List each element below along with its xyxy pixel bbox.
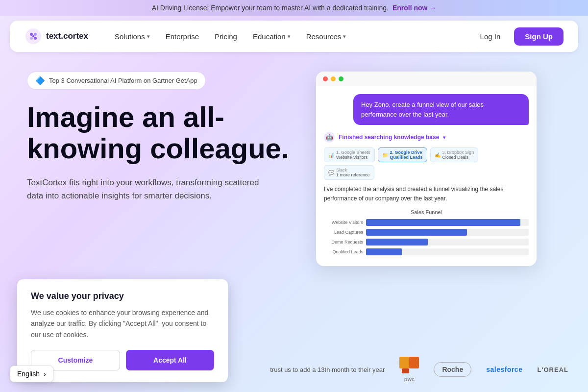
main-nav: Solutions ▾ Enterprise Pricing Education… bbox=[108, 28, 472, 45]
funnel-chart-title: Sales Funnel bbox=[324, 209, 529, 215]
status-text: Finished searching knowledge base bbox=[339, 134, 439, 141]
cookie-text: We use cookies to enhance your browsing … bbox=[31, 307, 214, 340]
chevron-right-icon: › bbox=[44, 370, 46, 378]
funnel-label: Demo Requests bbox=[324, 240, 363, 245]
chevron-down-icon: ▾ bbox=[288, 33, 291, 40]
pwc-logo: pwc bbox=[399, 357, 419, 382]
salesforce-logo: salesforce bbox=[486, 366, 522, 373]
funnel-row-2: Lead Captures bbox=[324, 229, 529, 236]
ai-window: Hey Zeno, create a funnel view of our sa… bbox=[316, 72, 537, 266]
trust-logos: trust us to add a 13th month to their ye… bbox=[270, 357, 568, 382]
funnel-bar bbox=[366, 239, 428, 245]
funnel-bar-container bbox=[366, 219, 529, 226]
window-minimize-dot bbox=[331, 76, 336, 81]
window-close-dot bbox=[323, 76, 328, 81]
svg-point-3 bbox=[30, 37, 33, 40]
data-tags: 📊 1. Google Sheets Website Visitors 📁 2.… bbox=[324, 147, 529, 180]
funnel-bar bbox=[366, 219, 520, 226]
funnel-label: Qualified Leads bbox=[324, 249, 363, 254]
status-bar: 🤖 Finished searching knowledge base ▾ bbox=[324, 132, 529, 143]
window-maximize-dot bbox=[339, 76, 343, 81]
data-tag-sheets: 📊 1. Google Sheets Website Visitors bbox=[324, 147, 375, 162]
funnel-row-4: Qualified Leads bbox=[324, 248, 529, 255]
nav-resources[interactable]: Resources ▾ bbox=[299, 28, 353, 45]
svg-point-2 bbox=[34, 33, 37, 36]
data-tag-slack: 💬 Slack 1 more reference bbox=[324, 165, 374, 180]
funnel-label: Website Visitors bbox=[324, 220, 363, 225]
badge: 🔷 Top 3 Conversational AI Platform on Ga… bbox=[27, 72, 206, 90]
chevron-down-icon: ▾ bbox=[443, 135, 445, 140]
funnel-bar bbox=[366, 248, 402, 255]
nav-education[interactable]: Education ▾ bbox=[246, 28, 297, 45]
funnel-label: Lead Captures bbox=[324, 230, 363, 235]
funnel-bar-container bbox=[366, 248, 529, 255]
window-body: Hey Zeno, create a funnel view of our sa… bbox=[316, 86, 537, 266]
cookie-title: We value your privacy bbox=[31, 291, 214, 301]
svg-point-5 bbox=[32, 35, 34, 37]
banner-text: AI Driving License: Empower your team to… bbox=[152, 4, 389, 12]
trust-text: trust us to add a 13th month to their ye… bbox=[270, 366, 385, 373]
window-titlebar bbox=[316, 72, 537, 86]
funnel-row-1: Website Visitors bbox=[324, 219, 529, 226]
svg-point-1 bbox=[30, 33, 33, 36]
logo-icon bbox=[24, 27, 42, 45]
chat-bubble-user: Hey Zeno, create a funnel view of our sa… bbox=[353, 94, 529, 125]
cookie-buttons: Customize Accept All bbox=[31, 350, 214, 370]
nav-pricing[interactable]: Pricing bbox=[208, 28, 244, 45]
top-banner: AI Driving License: Empower your team to… bbox=[0, 0, 588, 16]
funnel-bar-container bbox=[366, 229, 529, 236]
ai-response-text: I've completed the analysis and created … bbox=[324, 185, 529, 203]
nav-solutions[interactable]: Solutions ▾ bbox=[108, 28, 157, 45]
language-label: English bbox=[17, 370, 40, 378]
loreal-logo: L'OREAL bbox=[537, 366, 568, 373]
roche-logo: Roche bbox=[434, 362, 471, 377]
funnel-bar bbox=[366, 229, 467, 236]
signup-button[interactable]: Sign Up bbox=[514, 27, 564, 46]
svg-point-4 bbox=[34, 37, 37, 40]
chevron-down-icon: ▾ bbox=[147, 33, 150, 40]
chevron-down-icon: ▾ bbox=[343, 33, 346, 40]
header-actions: Log In Sign Up bbox=[472, 27, 564, 46]
logo[interactable]: text.cortex bbox=[24, 27, 88, 45]
badge-icon: 🔷 bbox=[35, 76, 45, 85]
main-content: 🔷 Top 3 Conversational AI Platform on Ga… bbox=[0, 57, 588, 266]
badge-text: Top 3 Conversational AI Platform on Gart… bbox=[49, 77, 197, 84]
data-tag-dropbox: ✍️ 3. Dropbox Sign Closed Deals bbox=[430, 147, 479, 162]
nav-enterprise[interactable]: Enterprise bbox=[159, 28, 206, 45]
data-tag-drive: 📁 2. Google Drive Qualified Leads bbox=[378, 147, 427, 162]
language-selector[interactable]: English › bbox=[10, 366, 53, 382]
logos-row: pwc Roche salesforce L'OREAL bbox=[399, 357, 568, 382]
logo-text: text.cortex bbox=[46, 31, 88, 41]
funnel-chart: Sales Funnel Website Visitors Lead Captu… bbox=[324, 209, 529, 255]
hero-title: Imagine an all-knowing colleague. bbox=[27, 101, 296, 164]
accept-all-button[interactable]: Accept All bbox=[126, 350, 214, 370]
left-content: 🔷 Top 3 Conversational AI Platform on Ga… bbox=[27, 72, 296, 266]
enroll-link[interactable]: Enroll now → bbox=[392, 4, 436, 12]
status-icon: 🤖 bbox=[324, 132, 335, 143]
funnel-bar-container bbox=[366, 239, 529, 245]
login-button[interactable]: Log In bbox=[472, 28, 509, 45]
right-content: Hey Zeno, create a funnel view of our sa… bbox=[316, 72, 561, 266]
funnel-row-3: Demo Requests bbox=[324, 239, 529, 245]
header: text.cortex Solutions ▾ Enterprise Prici… bbox=[10, 21, 578, 52]
hero-subtitle: TextCortex fits right into your workflow… bbox=[27, 176, 262, 202]
